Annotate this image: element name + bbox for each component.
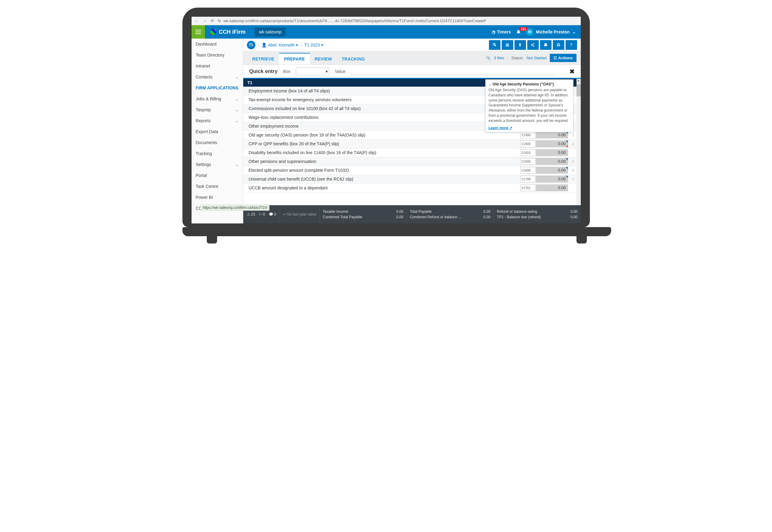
alerts-button[interactable]: 🔔︎ [540,40,552,50]
form-area: T1 Employment income (box 14 of all T4 s… [243,79,581,205]
breadcrumb-year[interactable]: T1 2023 ▾ [304,43,323,47]
footer-metric-label: TP1 - Balance due (refund) [497,215,541,219]
diagnostics-counter[interactable]: ⚠ 23 [247,212,255,216]
tab-retrieve[interactable]: RETRIEVE [248,54,279,64]
footer-metric-value: 0.00 [483,209,490,214]
quick-entry-value-input[interactable] [351,68,555,75]
clock-icon: ◔ [492,29,495,34]
no-last-year-indicator: ↩ No last year value [280,212,319,216]
print-button[interactable]: 🖶 [502,40,513,50]
sidebar-item-label: FIRM APPLICATIONS [196,85,239,90]
help-body: Old Age Security (OAS) pensions are paya… [489,88,570,124]
search-icon: 🔍︎ [492,42,497,47]
sidebar-item-jobs-billing[interactable]: Jobs & Billing [192,93,243,104]
footer-column: Total Payable0.00Combined Refund or bala… [407,205,493,223]
status-value[interactable]: Not Started [527,56,547,60]
scroll-up-icon[interactable]: ▲ [576,79,581,83]
sidebar-item-team-directory[interactable]: Team Directory [192,50,243,60]
search-button[interactable]: 🔍︎ [489,40,500,50]
footer-metric: Combined Refund or balance …0.00 [410,215,490,219]
sidebar-item-label: Portal [196,173,207,178]
help-popover: Old Age Security Pensions ("OAS") Old Ag… [485,79,573,132]
sidebar-item-settings[interactable]: Settings [192,159,243,170]
file-count[interactable]: 3 files [494,56,504,60]
hamburger-menu-icon[interactable] [192,25,205,39]
summary-footer: ⚠ 23 ⚐ 0 💬 0 ↩ No last year value Taxabl… [243,205,581,223]
chevron-down-icon: ⌄ [572,29,576,34]
sidebar-item-label: Intranet [196,64,210,68]
actions-button[interactable]: ☷ Actions [550,54,576,62]
comments-counter[interactable]: 💬 0 [269,212,276,216]
footer-metric-label: Refund or balance owing [497,209,537,214]
chevron-down-icon: ▾ [321,43,323,47]
row-seq: 7 [570,177,576,181]
sidebar-item-label: Export Data [196,129,218,134]
site-info-icon[interactable]: ⇆ [218,19,221,23]
notifications-button[interactable]: 🔔︎ 111 [516,29,521,34]
form-row: Elected split-pension amount (complete F… [243,166,581,175]
amount-cell[interactable]: 0.00 [536,167,568,174]
sidebar-item-taxprep[interactable]: Taxprep [192,104,243,115]
user-menu[interactable]: M Michelle Preston ⌄ [526,28,576,36]
quick-entry-box-label: Box [283,69,290,74]
amount-cell[interactable]: 0.00 [536,185,568,191]
app-topbar: CCH iFirm wk-salesmp ◔ Timers 🔔︎ 111 M M… [192,25,581,39]
amount-cell[interactable]: 0.00 [536,149,568,156]
recycle-button[interactable]: ♻ [553,40,564,50]
footer-metric: TP1 - Balance due (refund)0.00 [497,215,577,219]
row-label: Commissions included on line 10100 (box … [248,105,520,112]
form-row: Universal child care benefit (UCCB) (see… [243,175,581,184]
line-code: 11700 [520,176,535,182]
attachment-icon[interactable]: 📎 [486,56,491,60]
browser-back-icon[interactable]: ← [194,19,199,23]
tabs-row: RETRIEVE PREPARE REVIEW TRACKING 📎 3 fil… [243,51,581,65]
scrollbar-thumb[interactable] [576,84,581,96]
sidebar: DashboardTeam DirectoryIntranetContactsF… [192,39,243,223]
sidebar-item-dashboard[interactable]: Dashboard [192,39,243,50]
sidebar-item-intranet[interactable]: Intranet [192,60,243,71]
line-code: 11701 [520,185,535,191]
browser-forward-icon[interactable]: → [202,19,207,23]
footer-metric-label: Combined Refund or balance … [410,215,462,219]
sidebar-item-task-centre[interactable]: Task Centre [192,181,243,192]
sidebar-item-firm-applications[interactable]: FIRM APPLICATIONS [192,82,243,93]
amount-cell[interactable]: 0.00 [536,140,568,147]
row-label: CPP or QPP benefits (box 20 of the T4A(P… [248,140,392,147]
browser-reload-icon[interactable]: ⟳ [210,19,215,23]
row-label: Disability benefits included on line 114… [248,149,520,156]
tab-review[interactable]: REVIEW [310,54,337,64]
sidebar-item-reports[interactable]: Reports [192,115,243,126]
amount-cell[interactable]: 0.00 [536,132,568,138]
amount-cell[interactable]: 0.00 [536,176,568,182]
browser-url[interactable]: wk-salesmp.cchifirm.ca/taxcan/products/T… [223,19,486,23]
sidebar-item-tracking[interactable]: Tracking [192,148,243,159]
amount-cell[interactable]: 0.00 [536,158,568,165]
breadcrumb-client[interactable]: 👤 Abel, Kenneth ▾ [261,43,298,47]
quick-entry-value-label: Value [335,69,345,74]
flags-counter[interactable]: ⚐ 0 [259,212,265,216]
tab-tracking[interactable]: TRACKING [337,54,370,64]
sidebar-item-power-bi[interactable]: Power BI [192,192,243,203]
upload-button[interactable]: ⬆ [514,40,526,50]
footer-metric-label: Taxable Income [323,209,348,214]
sidebar-item-portal[interactable]: Portal [192,170,243,181]
chevron-down-icon: ▾ [296,43,298,47]
tenant-chip[interactable]: wk-salesmp [255,28,286,36]
footer-metric-value: 0.00 [396,215,403,219]
tab-prepare[interactable]: PREPARE [279,53,310,64]
line-code: 11600 [520,167,535,174]
quick-entry-box-select[interactable]: ▾ [296,67,329,75]
sidebar-item-documents[interactable]: Documents [192,137,243,148]
learn-more-link[interactable]: Learn more [489,126,570,130]
sidebar-item-label: Jobs & Billing [196,96,221,101]
sidebar-item-contacts[interactable]: Contacts [192,71,243,82]
share-button[interactable]: ⑆ [527,40,539,50]
sidebar-item-export-data[interactable]: Export Data [192,126,243,137]
brand-name: CCH iFirm [219,29,246,35]
help-button[interactable]: ? [566,40,577,50]
sidebar-item-label: Settings [196,162,211,167]
question-icon: ? [570,42,572,47]
scrollbar[interactable]: ▲ [576,79,581,205]
timers-button[interactable]: ◔ Timers [492,29,511,34]
close-icon[interactable]: ✖ [569,68,575,75]
